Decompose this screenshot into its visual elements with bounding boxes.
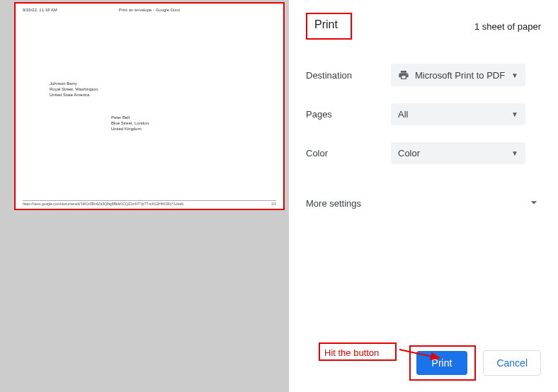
printer-icon bbox=[398, 69, 409, 81]
footer-buttons: Print Cancel bbox=[409, 345, 541, 381]
color-value: Color bbox=[398, 148, 420, 158]
caret-down-icon: ▼ bbox=[511, 149, 518, 157]
destination-value: Microsoft Print to PDF bbox=[415, 70, 505, 81]
chevron-down-icon bbox=[527, 195, 541, 212]
preview-header: 8/29/22, 11:18 AM Print an envelope - Go… bbox=[23, 8, 276, 12]
preview-page-number: 1/1 bbox=[271, 202, 276, 206]
caret-down-icon: ▼ bbox=[511, 110, 518, 118]
dialog-title: Print bbox=[314, 18, 338, 31]
pages-dropdown[interactable]: All ▼ bbox=[391, 103, 525, 125]
annotation-hit-label: Hit the button bbox=[319, 342, 397, 361]
preview-to-address: Peter Bell Blue Street, London, United K… bbox=[111, 115, 150, 132]
preview-from-address: Johnson Barry Royal Street, Washington, … bbox=[50, 81, 98, 98]
annotation-title-highlight: Print bbox=[306, 13, 352, 40]
preview-timestamp: 8/29/22, 11:18 AM bbox=[23, 8, 57, 12]
preview-doc-title: Print an envelope - Google Docs bbox=[119, 8, 181, 12]
cancel-button[interactable]: Cancel bbox=[483, 350, 541, 376]
pages-value: All bbox=[398, 109, 408, 120]
print-button[interactable]: Print bbox=[416, 351, 468, 375]
caret-down-icon: ▼ bbox=[511, 71, 518, 79]
color-label: Color bbox=[306, 148, 391, 158]
pages-label: Pages bbox=[306, 109, 391, 120]
destination-label: Destination bbox=[306, 70, 391, 81]
settings-pane: Print 1 sheet of paper Destination Micro… bbox=[289, 0, 558, 392]
preview-pane: 8/29/22, 11:18 AM Print an envelope - Go… bbox=[0, 0, 289, 392]
color-dropdown[interactable]: Color ▼ bbox=[391, 142, 525, 164]
more-settings-label: More settings bbox=[306, 198, 361, 209]
preview-url: https://docs.google.com/document/d/1MCz3… bbox=[23, 202, 183, 206]
annotation-print-highlight: Print bbox=[409, 345, 477, 381]
destination-dropdown[interactable]: Microsoft Print to PDF ▼ bbox=[391, 64, 525, 86]
preview-page: 8/29/22, 11:18 AM Print an envelope - Go… bbox=[14, 2, 285, 210]
preview-footer: https://docs.google.com/document/d/1MCz3… bbox=[23, 200, 276, 206]
more-settings-toggle[interactable]: More settings bbox=[306, 195, 541, 212]
sheet-count: 1 sheet of paper bbox=[474, 21, 541, 32]
